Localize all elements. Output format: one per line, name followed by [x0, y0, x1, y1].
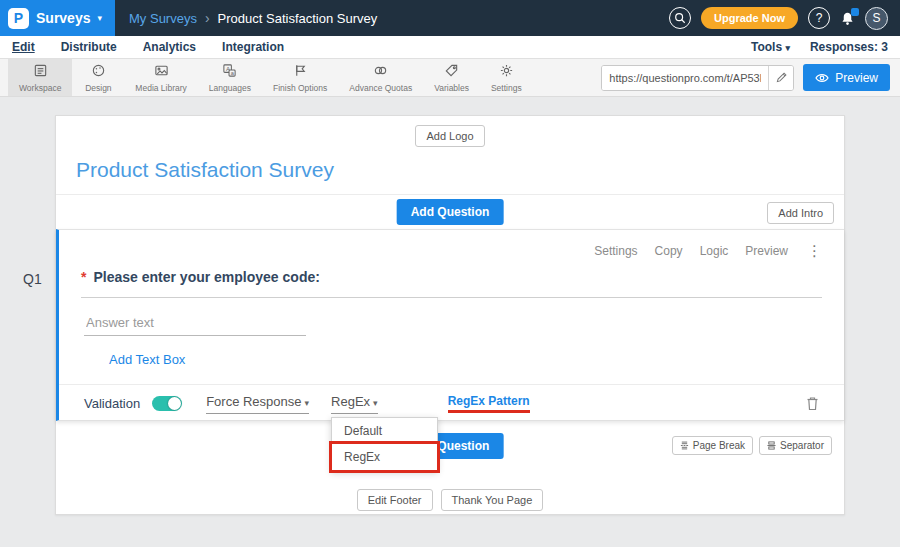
chevron-down-icon: ▾	[305, 398, 310, 408]
question-preview-link[interactable]: Preview	[745, 244, 788, 258]
avatar[interactable]: S	[865, 7, 888, 30]
questionpro-logo: P	[8, 8, 29, 29]
tab-integration[interactable]: Integration	[222, 40, 284, 54]
tab-distribute[interactable]: Distribute	[61, 40, 117, 54]
toolbar-item-languages[interactable]: Aa Languages	[198, 59, 262, 96]
editor-canvas: Q1 Add Logo Product Satisfaction Survey …	[0, 97, 900, 547]
force-response-dropdown[interactable]: Force Response▾	[206, 394, 309, 414]
validation-type-menu: Default RegEx	[331, 417, 438, 471]
search-button[interactable]	[669, 7, 691, 29]
question-block: Settings Copy Logic Preview ⋮ *Please en…	[56, 229, 844, 421]
breadcrumb-separator: ›	[205, 10, 210, 26]
separator-label: Separator	[780, 440, 824, 451]
image-icon	[154, 63, 169, 82]
page-break-icon	[680, 441, 689, 450]
survey-url-box	[601, 65, 794, 91]
notifications-button[interactable]	[840, 11, 855, 26]
menu-item-default[interactable]: Default	[332, 418, 437, 444]
toolbar-item-variables[interactable]: Variables	[423, 59, 480, 96]
tab-bar-right: Tools ▾ Responses: 3	[751, 40, 888, 54]
question-text-input[interactable]: *Please enter your employee code:	[81, 269, 822, 298]
tab-edit[interactable]: Edit	[12, 40, 35, 54]
separator-button[interactable]: Separator	[759, 436, 832, 455]
question-copy-link[interactable]: Copy	[655, 244, 683, 258]
logo-letter: P	[14, 10, 23, 26]
toolbar-items: Workspace Design Media Library Aa Langua…	[0, 59, 533, 96]
avatar-letter: S	[872, 11, 880, 25]
app-window: P Surveys ▾ My Surveys › Product Satisfa…	[0, 0, 900, 547]
force-response-value: Force Response	[206, 394, 301, 409]
add-logo-button[interactable]: Add Logo	[415, 125, 484, 147]
preview-button[interactable]: Preview	[803, 64, 890, 91]
add-question-button-top[interactable]: Add Question	[397, 199, 504, 225]
tab-analytics[interactable]: Analytics	[143, 40, 196, 54]
menu-item-regex[interactable]: RegEx	[332, 444, 437, 470]
toolbar-item-media-library[interactable]: Media Library	[124, 59, 198, 96]
search-icon	[674, 12, 686, 24]
surveys-menu-label: Surveys	[36, 10, 90, 26]
gear-icon	[499, 63, 514, 82]
tools-label: Tools	[751, 40, 782, 54]
responses-count: 3	[881, 40, 888, 54]
eye-icon	[815, 73, 829, 83]
page-break-label: Page Break	[693, 440, 745, 451]
breadcrumb-my-surveys[interactable]: My Surveys	[129, 11, 197, 26]
question-mark-icon: ?	[816, 11, 823, 25]
validation-type-dropdown[interactable]: RegEx▾ Default RegEx	[331, 394, 378, 414]
surveys-menu[interactable]: P Surveys ▾	[0, 0, 115, 36]
required-marker: *	[81, 269, 86, 285]
upgrade-button[interactable]: Upgrade Now	[701, 7, 798, 29]
footer-controls: Edit Footer Thank You Page	[56, 489, 844, 511]
thank-you-page-button[interactable]: Thank You Page	[441, 489, 544, 511]
edit-url-button[interactable]	[768, 66, 793, 90]
chevron-down-icon: ▾	[373, 398, 378, 408]
chevron-down-icon: ▾	[785, 43, 790, 53]
edit-footer-button[interactable]: Edit Footer	[357, 489, 433, 511]
chevron-down-icon: ▾	[97, 14, 102, 23]
tools-menu[interactable]: Tools ▾	[751, 40, 790, 54]
toggle-knob	[168, 397, 181, 410]
header-actions: Upgrade Now ? S	[669, 7, 900, 30]
tag-icon	[444, 63, 459, 82]
delete-question-button[interactable]	[806, 396, 819, 411]
breadcrumb-current-survey: Product Satisfaction Survey	[218, 11, 378, 26]
workspace-icon	[33, 63, 48, 82]
add-question-row-bottom: Add Question Page Break Separator	[56, 433, 844, 459]
toolbar-item-finish-options[interactable]: Finish Options	[262, 59, 338, 96]
more-options-icon[interactable]: ⋮	[807, 242, 822, 260]
languages-icon: Aa	[222, 63, 237, 82]
question-settings-link[interactable]: Settings	[594, 244, 637, 258]
trash-icon	[806, 396, 819, 411]
add-logo-row: Add Logo	[56, 125, 844, 147]
add-intro-button[interactable]: Add Intro	[767, 202, 834, 224]
survey-title[interactable]: Product Satisfaction Survey	[76, 158, 334, 182]
survey-url-input[interactable]	[602, 66, 768, 90]
validation-row: Validation Force Response▾ RegEx▾ Defaul…	[59, 385, 844, 422]
editor-toolbar: Workspace Design Media Library Aa Langua…	[0, 59, 900, 97]
toolbar-item-design[interactable]: Design	[72, 59, 124, 96]
question-logic-link[interactable]: Logic	[700, 244, 729, 258]
responses-label: Responses:	[810, 40, 878, 54]
toolbar-item-workspace[interactable]: Workspace	[8, 59, 72, 96]
help-button[interactable]: ?	[808, 7, 830, 29]
question-actions: Settings Copy Logic Preview ⋮	[594, 242, 822, 260]
validation-type-value: RegEx	[331, 394, 370, 409]
toolbar-item-settings[interactable]: Settings	[480, 59, 533, 96]
preview-label: Preview	[835, 71, 878, 85]
question-text: Please enter your employee code:	[93, 269, 319, 285]
links-icon	[373, 63, 388, 82]
tab-bar: Edit Distribute Analytics Integration To…	[0, 36, 900, 59]
divider	[56, 194, 844, 195]
responses-link[interactable]: Responses: 3	[810, 40, 888, 54]
add-text-box-link[interactable]: Add Text Box	[109, 352, 185, 367]
regex-pattern-link[interactable]: RegEx Pattern	[448, 394, 530, 413]
survey-card: Add Logo Product Satisfaction Survey Add…	[55, 115, 845, 515]
answer-text-input[interactable]	[84, 310, 306, 336]
page-break-button[interactable]: Page Break	[672, 436, 753, 455]
notification-badge	[851, 8, 859, 16]
flag-icon	[293, 63, 308, 82]
page-tools: Page Break Separator	[672, 436, 832, 455]
toolbar-right: Preview	[601, 59, 900, 96]
toolbar-item-advance-quotas[interactable]: Advance Quotas	[338, 59, 423, 96]
validation-toggle[interactable]	[152, 396, 182, 411]
